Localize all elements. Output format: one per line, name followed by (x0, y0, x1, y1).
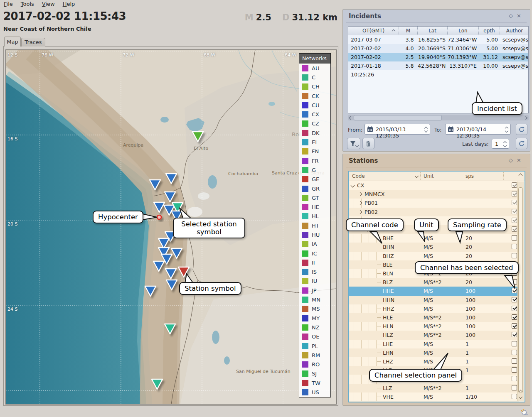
scrollbar-thumb[interactable] (354, 115, 442, 120)
code-cell: HHN (383, 297, 394, 303)
menu-tools[interactable]: Tools (21, 1, 34, 7)
expand-icon[interactable] (358, 210, 362, 214)
close-panel-icon[interactable]: × (517, 12, 525, 19)
channel-checkbox[interactable] (512, 341, 517, 346)
channel-checkbox[interactable] (512, 314, 517, 320)
col-lat[interactable]: Lat (418, 27, 448, 35)
tree-row-hhz[interactable]: HHZM/S100 (349, 304, 519, 313)
channel-checkbox[interactable] (512, 385, 517, 390)
col-depth[interactable]: epth (kn (479, 27, 500, 35)
refresh-button[interactable] (516, 138, 527, 149)
scroll-left-icon[interactable] (349, 116, 352, 120)
tree-row-hhn[interactable]: HHNM/S100 (349, 296, 519, 304)
refresh-button[interactable] (516, 124, 527, 135)
lon-label: 68 W (204, 52, 215, 58)
expand-icon[interactable] (358, 192, 362, 196)
connection-plug-icon[interactable] (520, 407, 529, 417)
scroll-down-icon[interactable] (519, 395, 523, 399)
network-code: OE (312, 334, 319, 340)
delete-button[interactable] (362, 138, 374, 149)
network-color-chip (302, 204, 308, 210)
close-panel-icon[interactable]: × (517, 157, 525, 163)
filter-button[interactable] (347, 138, 360, 149)
legend-entry-hu: HU (299, 230, 330, 239)
tab-traces[interactable]: Traces (21, 38, 45, 47)
tree-header[interactable]: Code Unit sps (349, 172, 525, 181)
channel-checkbox[interactable] (512, 226, 517, 232)
code-cell: BHN (383, 244, 394, 250)
scrollbar-thumb[interactable] (518, 187, 523, 393)
tree-row-lhe[interactable]: LHEM/S1 (349, 340, 519, 348)
magnitude-value: 2.5 (256, 12, 271, 22)
channel-checkbox[interactable] (512, 218, 517, 223)
channel-checkbox[interactable] (512, 350, 517, 355)
tree-row-vhn[interactable]: VHNM/S1/10 (349, 401, 519, 402)
from-datetime-value[interactable]: 2015/03/13 12:30:35 (376, 126, 430, 139)
channel-checkbox[interactable] (512, 367, 517, 373)
tree-row-cx[interactable]: CX (349, 181, 519, 190)
scroll-right-icon[interactable] (524, 116, 527, 120)
tree-row-hln[interactable]: HLNM/S**2100 (349, 322, 519, 331)
network-code: G (312, 167, 316, 173)
to-datetime-value[interactable]: 2017/03/14 12:30:35 (456, 126, 510, 139)
col-code[interactable]: Code (352, 172, 365, 181)
tree-row-mnmcx[interactable]: MNMCX (349, 190, 519, 199)
incident-row[interactable]: 2017-03-07 13:45:073.816.8255°S72.3464°W… (348, 35, 528, 44)
tree-connector (377, 344, 381, 344)
incident-row[interactable]: 2017-01-18 10:25:265.842.5628°N13.3107°E… (348, 61, 528, 70)
incident-table[interactable]: OT(GMT) M Lat Lon epth (kn Author 2017-0… (348, 26, 529, 113)
tree-row-vhe[interactable]: VHEM/S1/10 (349, 392, 519, 401)
channel-checkbox[interactable] (512, 323, 517, 329)
col-unit[interactable]: Unit (424, 172, 433, 181)
tree-row-blz[interactable]: BLZM/S**220 (349, 278, 519, 287)
collapse-icon[interactable] (351, 184, 355, 188)
network-color-chip (302, 278, 308, 284)
channel-checkbox[interactable] (512, 297, 517, 302)
menu-view[interactable]: View (42, 1, 55, 7)
tree-row-hhe[interactable]: HHEM/S100 (349, 287, 519, 295)
float-panel-icon[interactable]: ◇ (509, 157, 517, 163)
tree-row-pb02[interactable]: PB02 (349, 208, 519, 216)
tab-map[interactable]: Map (4, 37, 21, 47)
channel-checkbox[interactable] (512, 358, 517, 364)
incident-row[interactable]: 2017-02-02 11:15:432.519.9040°S70.1393°W… (348, 53, 528, 61)
incident-table-header[interactable]: OT(GMT) M Lat Lon epth (kn Author (348, 27, 528, 36)
spin-down-icon[interactable] (503, 144, 507, 147)
channel-checkbox[interactable] (512, 306, 517, 311)
channel-checkbox[interactable] (512, 200, 517, 205)
channel-checkbox[interactable] (512, 235, 517, 240)
callout-channel-selection-panel: Channel selection panel (369, 369, 462, 382)
tree-row-bhz[interactable]: BHZM/S20 (349, 252, 519, 260)
last-days-spinbox[interactable]: 1 (492, 139, 509, 149)
col-author[interactable]: Author (500, 27, 529, 35)
col-lon[interactable]: Lon (448, 27, 479, 35)
channel-checkbox[interactable] (512, 244, 517, 249)
menu-help[interactable]: Help (63, 1, 75, 7)
channel-checkbox[interactable] (512, 376, 517, 381)
channel-checkbox[interactable] (512, 394, 517, 399)
sps-cell: 20 (466, 253, 472, 259)
network-color-chip (302, 334, 308, 340)
tree-scrollbar[interactable] (517, 182, 524, 401)
channel-checkbox[interactable] (512, 332, 517, 337)
incident-table-hscrollbar[interactable] (348, 115, 529, 120)
to-datetime-input[interactable]: 2017/03/14 12:30:35 (445, 124, 511, 135)
map-view[interactable]: 12 S 16 S 20 S 24 S 76 W 72 W 68 W 64 W … (5, 49, 337, 405)
refresh-icon (518, 126, 525, 133)
expand-icon[interactable] (358, 201, 362, 205)
channel-checkbox[interactable] (512, 209, 517, 214)
tree-row-hle[interactable]: HLEM/S**2100 (349, 313, 519, 322)
col-magnitude[interactable]: M (399, 27, 418, 35)
from-datetime-input[interactable]: 2015/03/13 12:30:35 (365, 124, 430, 135)
incident-row[interactable]: 2017-02-02 13:10:144.020.3669°S71.0306°W… (348, 44, 528, 53)
col-sps[interactable]: sps (466, 172, 474, 181)
float-panel-icon[interactable]: ◇ (509, 12, 517, 19)
channel-checkbox[interactable] (512, 182, 517, 188)
tree-row-pb01[interactable]: PB01 (349, 199, 519, 207)
channel-checkbox[interactable] (512, 253, 517, 258)
menu-file[interactable]: File (4, 1, 13, 7)
tree-row-llz[interactable]: LLZM/S**21 (349, 384, 519, 392)
channel-checkbox[interactable] (512, 191, 517, 196)
code-cell: BLE (383, 262, 392, 268)
tree-row-hlz[interactable]: HLZM/S**2100 (349, 331, 519, 339)
